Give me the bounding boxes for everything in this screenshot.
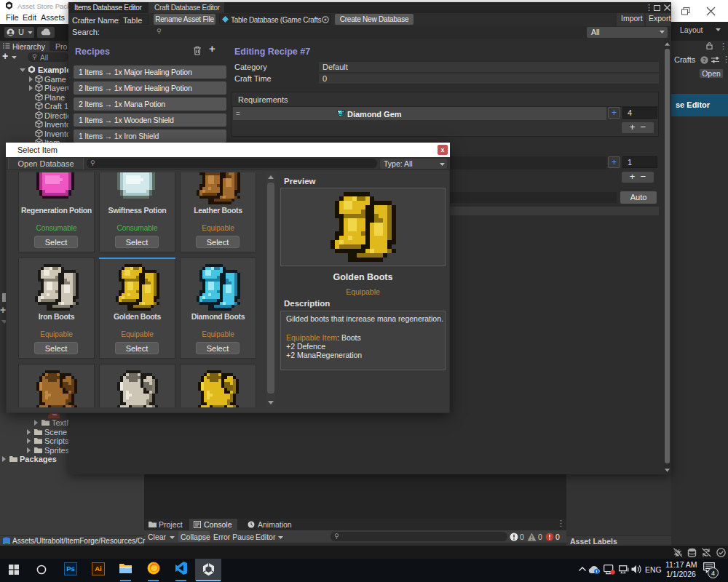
svg-text:?: ? (703, 57, 706, 63)
svg-text:4: 4 (711, 570, 715, 577)
